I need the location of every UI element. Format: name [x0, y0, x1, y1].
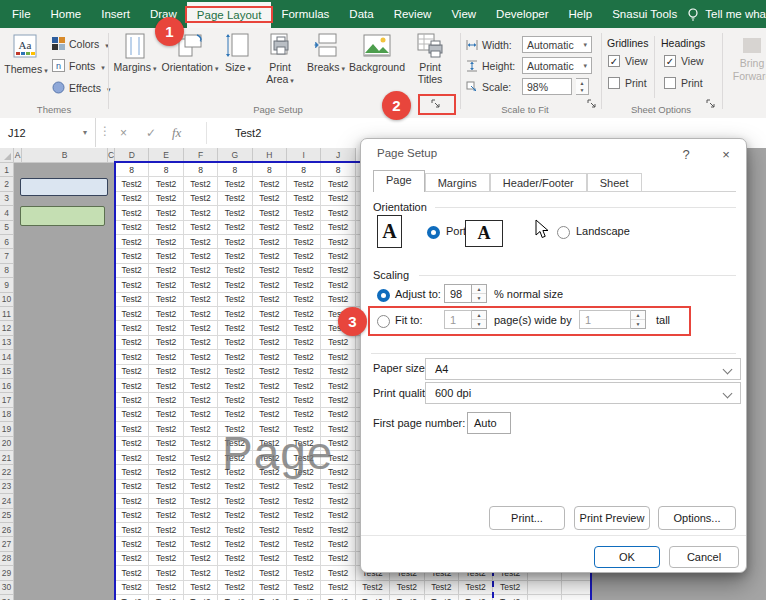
cell[interactable]: Test2 — [184, 393, 218, 407]
cell[interactable]: Test2 — [321, 350, 355, 364]
cell[interactable]: 8 — [253, 163, 287, 177]
print-titles-button[interactable]: Print Titles — [407, 33, 453, 86]
cell[interactable]: Test2 — [184, 350, 218, 364]
background-button[interactable]: Background — [348, 33, 406, 73]
cell[interactable]: Test2 — [149, 537, 183, 551]
cell[interactable]: Test2 — [149, 321, 183, 335]
cell[interactable]: Test2 — [218, 581, 252, 595]
breaks-button[interactable]: Breaks — [304, 33, 348, 73]
cell[interactable]: Test2 — [321, 494, 355, 508]
cell[interactable]: Test2 — [149, 552, 183, 566]
row-header-21[interactable]: 21 — [0, 451, 14, 465]
cell[interactable]: Test2 — [287, 264, 321, 278]
cell[interactable] — [528, 581, 562, 595]
cell[interactable]: Test2 — [149, 235, 183, 249]
row-header-15[interactable]: 15 — [0, 365, 14, 379]
cell[interactable]: Test2 — [149, 437, 183, 451]
print-button[interactable]: Print... — [489, 506, 565, 530]
ribbon-tab-developer[interactable]: Developer — [486, 0, 558, 28]
cell[interactable]: Test2 — [287, 408, 321, 422]
cell[interactable]: Test2 — [184, 465, 218, 479]
cell[interactable]: Test2 — [184, 451, 218, 465]
cell[interactable]: Test2 — [425, 595, 459, 600]
paper-size-dropdown[interactable]: A4 — [425, 358, 741, 380]
enter-entry-button[interactable]: ✓ — [146, 118, 156, 147]
cell[interactable]: 8 — [115, 163, 149, 177]
cell[interactable]: Test2 — [184, 566, 218, 580]
cell[interactable]: Test2 — [218, 235, 252, 249]
cell[interactable]: Test2 — [253, 293, 287, 307]
cell[interactable]: Test2 — [321, 566, 355, 580]
cell[interactable]: Test2 — [253, 494, 287, 508]
cell[interactable]: Test2 — [149, 293, 183, 307]
cell[interactable]: Test2 — [287, 581, 321, 595]
cell[interactable]: Test2 — [253, 206, 287, 220]
effects-button[interactable]: Effects — [52, 81, 110, 94]
cell[interactable]: Test2 — [115, 350, 149, 364]
row-header-1[interactable]: 1 — [0, 163, 14, 177]
cell[interactable]: Test2 — [149, 278, 183, 292]
cell[interactable]: Test2 — [287, 321, 321, 335]
cell[interactable]: 8 — [321, 163, 355, 177]
insert-function-button[interactable]: fx — [172, 118, 181, 147]
cell[interactable]: Test2 — [253, 365, 287, 379]
cell[interactable]: Test2 — [321, 235, 355, 249]
cell[interactable]: Test2 — [115, 408, 149, 422]
cell[interactable]: Test2 — [287, 278, 321, 292]
cell[interactable]: Test2 — [287, 192, 321, 206]
sheet-options-dialog-launcher[interactable] — [704, 97, 718, 111]
cell[interactable]: Test2 — [149, 422, 183, 436]
cell[interactable]: Test2 — [287, 235, 321, 249]
gridlines-print-checkbox[interactable]: Print — [608, 77, 647, 89]
ribbon-tab-home[interactable]: Home — [41, 0, 92, 28]
cell[interactable]: Test2 — [149, 523, 183, 537]
cell[interactable]: Test2 — [149, 249, 183, 263]
cell[interactable]: Test2 — [115, 365, 149, 379]
size-button[interactable]: Size — [220, 33, 256, 73]
cell[interactable]: Test2 — [184, 537, 218, 551]
page-setup-dialog-launcher[interactable] — [429, 97, 443, 111]
fit-to-tall-spinner[interactable]: ▲▼ — [631, 310, 646, 329]
cell[interactable]: Test2 — [184, 177, 218, 191]
adjust-to-radio[interactable] — [377, 289, 390, 302]
row-header-18[interactable]: 18 — [0, 408, 14, 422]
options-button[interactable]: Options... — [658, 506, 736, 530]
row-header-9[interactable]: 9 — [0, 278, 14, 292]
cell[interactable]: Test2 — [218, 595, 252, 600]
cell[interactable]: Test2 — [184, 595, 218, 600]
rounded-rectangle-shape-green[interactable] — [20, 206, 105, 226]
print-preview-button[interactable]: Print Preview — [574, 506, 650, 530]
row-header-20[interactable]: 20 — [0, 437, 14, 451]
cell[interactable]: Test2 — [115, 480, 149, 494]
width-dropdown[interactable]: Automatic▾ — [522, 36, 592, 53]
cell[interactable]: Test2 — [287, 336, 321, 350]
cell[interactable]: Test2 — [253, 523, 287, 537]
cell[interactable]: Test2 — [287, 393, 321, 407]
cell[interactable]: Test2 — [253, 537, 287, 551]
cell[interactable]: Test2 — [184, 480, 218, 494]
rounded-rectangle-shape-blue[interactable] — [20, 178, 108, 196]
cell[interactable]: Test2 — [321, 581, 355, 595]
print-quality-dropdown[interactable]: 600 dpi — [425, 382, 741, 404]
fit-to-radio[interactable] — [377, 315, 390, 328]
cell[interactable]: Test2 — [149, 192, 183, 206]
cell[interactable]: Test2 — [218, 249, 252, 263]
cell[interactable]: 8 — [184, 163, 218, 177]
cell[interactable]: Test2 — [253, 581, 287, 595]
cell[interactable]: Test2 — [218, 537, 252, 551]
cell[interactable]: Test2 — [253, 307, 287, 321]
cell[interactable]: Test2 — [115, 249, 149, 263]
cell[interactable]: Test2 — [218, 494, 252, 508]
cell[interactable]: Test2 — [184, 235, 218, 249]
cell[interactable]: Test2 — [287, 552, 321, 566]
cell[interactable]: Test2 — [184, 206, 218, 220]
margins-button[interactable]: Margins — [110, 33, 160, 73]
cell[interactable]: Test2 — [115, 307, 149, 321]
cell[interactable]: Test2 — [115, 552, 149, 566]
row-header-27[interactable]: 27 — [0, 537, 14, 551]
cell[interactable]: Test2 — [321, 509, 355, 523]
row-header-28[interactable]: 28 — [0, 552, 14, 566]
cell[interactable]: Test2 — [184, 307, 218, 321]
cell[interactable]: Test2 — [115, 465, 149, 479]
cell[interactable]: Test2 — [115, 451, 149, 465]
